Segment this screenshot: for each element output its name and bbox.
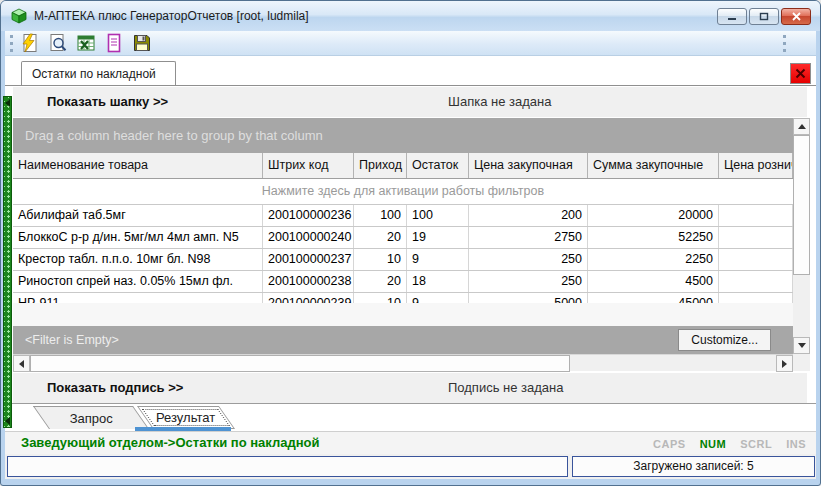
- scroll-right-button[interactable]: [776, 355, 793, 372]
- tab-query[interactable]: Запрос: [33, 406, 149, 429]
- keyboard-indicator: SCRL: [740, 438, 772, 450]
- cell-remainder: 18: [407, 271, 469, 292]
- cell-remainder: 9: [407, 249, 469, 270]
- excel-export-icon: [76, 33, 96, 53]
- scroll-down-icon: [798, 343, 806, 348]
- scroll-left-icon: [19, 360, 24, 368]
- cell-incoming: 100: [354, 205, 407, 226]
- document-export-button[interactable]: [102, 32, 126, 54]
- cell-barcode: 200100000239: [263, 293, 354, 303]
- minimize-button[interactable]: [717, 8, 747, 25]
- cell-purchase-sum: 4500: [588, 271, 719, 292]
- breadcrumb: Заведующий отделом->Остатки по накладной: [21, 432, 320, 455]
- rows-viewport: Абилифай таб.5мг 200100000236 100 100 20…: [13, 205, 793, 303]
- table-row[interactable]: БлоккоС р-р д/ин. 5мг/мл 4мл амп. N5 200…: [13, 227, 793, 249]
- grid-empty-space: [13, 303, 793, 326]
- scroll-down-button[interactable]: [793, 337, 810, 354]
- cell-purchase-price: 250: [469, 249, 588, 270]
- maximize-button[interactable]: [749, 8, 779, 25]
- app-window: М-АПТЕКА плюс ГенераторОтчетов [root, lu…: [0, 0, 821, 486]
- footer-section: Показать подпись >> Подпись не задана: [13, 373, 807, 403]
- filter-activation-row[interactable]: Нажмите здесь для активации работы фильт…: [13, 179, 793, 205]
- cell-purchase-sum: 45000: [588, 293, 719, 303]
- window-title: М-АПТЕКА плюс ГенераторОтчетов [root, lu…: [34, 1, 309, 31]
- keyboard-indicator: NUM: [700, 438, 727, 450]
- status-bar: Заведующий отделом->Остатки по накладной…: [5, 431, 816, 454]
- column-header[interactable]: Штрих код: [263, 153, 354, 178]
- side-splitter[interactable]: [3, 96, 12, 428]
- records-loaded-panel: Загружено записей: 5: [572, 456, 815, 477]
- excel-export-button[interactable]: [74, 32, 98, 54]
- table-row[interactable]: Крестор табл. п.п.о. 10мг бл. N98 200100…: [13, 249, 793, 271]
- vertical-scrollbar[interactable]: [793, 118, 810, 354]
- cell-remainder: 100: [407, 205, 469, 226]
- run-report-icon: [20, 33, 40, 53]
- column-header[interactable]: Цена закупочная: [469, 153, 588, 178]
- keyboard-indicator: INS: [786, 438, 806, 450]
- keyboard-indicators: CAPSNUMSCRLINS: [653, 432, 806, 455]
- close-button[interactable]: [781, 8, 811, 25]
- header-status-text: Шапка не задана: [448, 87, 551, 117]
- cell-purchase-price: 5000: [469, 293, 588, 303]
- tab-query-label: Запрос: [70, 411, 113, 426]
- save-icon: [132, 33, 152, 53]
- main-toolbar: [5, 31, 816, 56]
- scroll-left-button[interactable]: [13, 355, 30, 372]
- close-report-button[interactable]: [790, 63, 811, 84]
- bottom-panel-bar: Загружено записей: 5: [5, 454, 816, 479]
- cell-purchase-price: 200: [469, 205, 588, 226]
- column-header[interactable]: Сумма закупочные: [588, 153, 719, 178]
- minimize-icon: [727, 12, 737, 21]
- column-header[interactable]: Цена розничная: [719, 153, 793, 178]
- preview-button[interactable]: [46, 32, 70, 54]
- scroll-up-icon: [798, 124, 806, 129]
- title-bar: М-АПТЕКА плюс ГенераторОтчетов [root, lu…: [1, 1, 820, 31]
- horizontal-scrollbar[interactable]: [13, 354, 793, 371]
- cell-incoming: 20: [354, 271, 407, 292]
- splitter-collapse-top-icon: [5, 99, 10, 107]
- show-footer-toggle[interactable]: Показать подпись >>: [47, 373, 183, 403]
- footer-status-text: Подпись не задана: [448, 373, 564, 403]
- column-header[interactable]: Наименование товара: [13, 153, 263, 178]
- document-icon: [104, 33, 124, 53]
- scroll-up-button[interactable]: [793, 118, 810, 135]
- tab-result-label: Результат: [156, 410, 215, 425]
- table-row[interactable]: Абилифай таб.5мг 200100000236 100 100 20…: [13, 205, 793, 227]
- horizontal-scroll-thumb[interactable]: [30, 355, 570, 372]
- cell-product-name: Риностоп спрей наз. 0.05% 15мл фл.: [13, 271, 263, 292]
- close-icon: [792, 12, 801, 21]
- show-header-toggle[interactable]: Показать шапку >>: [47, 87, 168, 117]
- run-report-button[interactable]: [18, 32, 42, 54]
- cell-remainder: 19: [407, 227, 469, 248]
- maximize-icon: [759, 12, 769, 21]
- scroll-right-icon: [782, 360, 787, 368]
- cell-retail-price: [719, 249, 793, 270]
- toolbar-overflow-grip-icon[interactable]: [783, 35, 786, 52]
- tab-divider: [5, 85, 816, 86]
- cell-purchase-sum: 2250: [588, 249, 719, 270]
- column-header[interactable]: Остаток: [407, 153, 469, 178]
- table-row[interactable]: НР-911 200100000239 10 9 5000 45000: [13, 293, 793, 303]
- cell-incoming: 10: [354, 249, 407, 270]
- results-grid: Drag a column header here to group by th…: [13, 118, 810, 371]
- cell-incoming: 10: [354, 293, 407, 303]
- tab-result[interactable]: Результат: [137, 406, 235, 429]
- column-header[interactable]: Приход: [354, 153, 407, 178]
- splitter-collapse-bottom-icon: [5, 417, 10, 425]
- cell-purchase-price: 2750: [469, 227, 588, 248]
- rows-container: Абилифай таб.5мг 200100000236 100 100 20…: [13, 205, 793, 303]
- save-button[interactable]: [130, 32, 154, 54]
- filter-status-text[interactable]: <Filter is Empty>: [25, 333, 119, 347]
- vertical-scroll-thumb[interactable]: [793, 135, 810, 275]
- group-by-panel[interactable]: Drag a column header here to group by th…: [13, 118, 793, 153]
- cell-retail-price: [719, 293, 793, 303]
- window-controls: [717, 8, 811, 25]
- close-report-icon: [795, 68, 806, 79]
- toolbar-grip-icon[interactable]: [10, 35, 13, 52]
- customize-button[interactable]: Customize...: [678, 329, 771, 351]
- cell-barcode: 200100000238: [263, 271, 354, 292]
- bottom-tab-strip: Запрос Результат: [5, 403, 816, 430]
- cell-barcode: 200100000237: [263, 249, 354, 270]
- report-tab[interactable]: Остатки по накладной: [21, 61, 176, 86]
- table-row[interactable]: Риностоп спрей наз. 0.05% 15мл фл. 20010…: [13, 271, 793, 293]
